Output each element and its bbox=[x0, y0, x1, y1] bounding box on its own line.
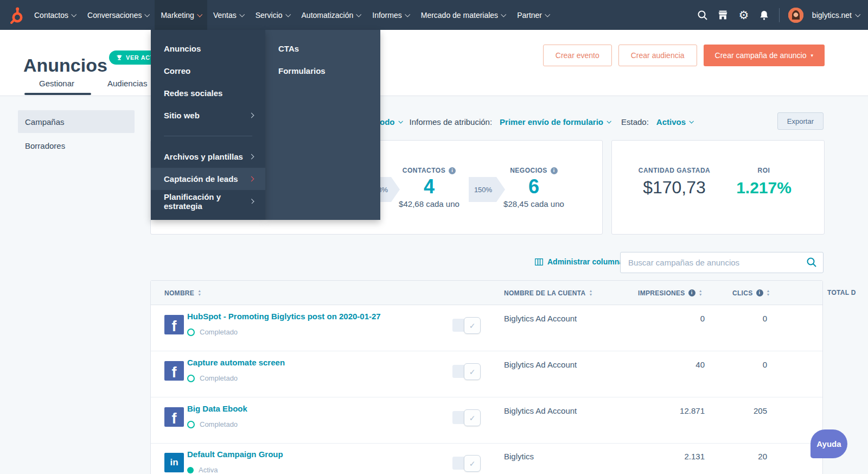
campaign-toggle[interactable]: ✓ bbox=[452, 363, 481, 380]
create-ad-campaign-button[interactable]: Crear campaña de anuncio▾ bbox=[704, 45, 825, 66]
campaign-toggle[interactable]: ✓ bbox=[452, 317, 481, 333]
menu-item-planificacion-y-estrategia[interactable]: Planificación y estrategia bbox=[151, 190, 265, 212]
campaign-link[interactable]: HubSpot - Promoting Biglytics post on 20… bbox=[187, 312, 381, 321]
search-icon[interactable] bbox=[806, 257, 817, 270]
sidebar-item-borradores[interactable]: Borradores bbox=[18, 134, 135, 157]
divider bbox=[779, 8, 780, 22]
info-icon[interactable]: i bbox=[756, 289, 763, 296]
attribution-dropdown[interactable]: Primer envío de formulario bbox=[500, 117, 610, 127]
column-header-impresiones[interactable]: IMPRESIONESi▲▼ bbox=[638, 281, 703, 305]
check-icon: ✓ bbox=[469, 321, 476, 330]
create-audience-button[interactable]: Crear audiencia bbox=[618, 45, 697, 66]
nav-label: Contactos bbox=[34, 11, 68, 20]
sidebar-item-campanas[interactable]: Campañas bbox=[18, 110, 135, 133]
table-row: f Capture automate screen Completado ✓ B… bbox=[151, 351, 822, 397]
check-icon: ✓ bbox=[469, 414, 476, 422]
account-name: Biglytics Ad Account bbox=[504, 406, 577, 415]
settings-icon[interactable]: ⚙ bbox=[738, 9, 750, 21]
marketplace-icon[interactable] bbox=[717, 9, 729, 21]
account-name: Biglytics bbox=[504, 452, 534, 461]
nav-conversaciones[interactable]: Conversaciones bbox=[81, 0, 155, 30]
help-button[interactable]: Ayuda bbox=[810, 429, 847, 458]
chevron-right-icon bbox=[249, 154, 254, 160]
info-icon[interactable]: i bbox=[688, 289, 695, 296]
table-header: NOMBRE▲▼ NOMBRE DE LA CUENTA▲▼ IMPRESION… bbox=[151, 281, 822, 305]
menu-item-anuncios[interactable]: Anuncios bbox=[151, 37, 265, 60]
nav-informes[interactable]: Informes bbox=[366, 0, 414, 30]
clicks-value: 205 bbox=[723, 406, 767, 415]
column-header-cuenta[interactable]: NOMBRE DE LA CUENTA▲▼ bbox=[504, 281, 593, 305]
notifications-icon[interactable] bbox=[758, 9, 770, 21]
tab-gestionar[interactable]: Gestionar bbox=[39, 79, 74, 88]
manage-columns-button[interactable]: Administrar columnas bbox=[535, 257, 628, 266]
chevron-down-icon bbox=[398, 119, 403, 123]
submenu-item-formularios[interactable]: Formularios bbox=[265, 60, 380, 82]
nav-marketing[interactable]: Marketing bbox=[155, 0, 207, 30]
nav-partner[interactable]: Partner bbox=[511, 0, 555, 30]
menu-item-sitio-web[interactable]: Sitio web bbox=[151, 104, 265, 127]
linkedin-icon: in bbox=[164, 453, 184, 472]
roi-stat: ROI 1.217% bbox=[710, 167, 818, 197]
chevron-right-icon bbox=[249, 113, 254, 118]
active-tab-underline bbox=[24, 93, 91, 95]
clicks-value: 0 bbox=[723, 314, 767, 323]
column-label: NOMBRE DE LA CUENTA bbox=[504, 289, 585, 297]
chevron-down-icon bbox=[197, 12, 202, 17]
sort-icon[interactable]: ▲▼ bbox=[197, 289, 201, 296]
campaign-link[interactable]: Big Data Ebook bbox=[187, 404, 247, 413]
header-actions: Crear evento Crear audiencia Crear campa… bbox=[543, 45, 825, 66]
column-label: IMPRESIONES bbox=[638, 289, 685, 297]
caret-down-icon: ▾ bbox=[810, 53, 813, 58]
sort-icon[interactable]: ▲▼ bbox=[699, 289, 703, 296]
avatar[interactable] bbox=[788, 8, 803, 23]
campaign-link[interactable]: Capture automate screen bbox=[187, 358, 285, 367]
create-event-button[interactable]: Crear evento bbox=[543, 45, 612, 66]
nav-automatizacion[interactable]: Automatización bbox=[296, 0, 367, 30]
tab-audiencias[interactable]: Audiencias bbox=[107, 79, 147, 88]
status-dropdown[interactable]: Activos bbox=[656, 117, 693, 127]
clicks-value: 0 bbox=[723, 360, 767, 369]
column-header-total[interactable]: TOTAL D bbox=[827, 280, 856, 305]
table-row: f HubSpot - Promoting Biglytics post on … bbox=[151, 305, 822, 351]
nav-servicio[interactable]: Servicio bbox=[250, 0, 296, 30]
search-icon[interactable] bbox=[697, 9, 709, 21]
lead-capture-submenu: CTAs Formularios bbox=[265, 30, 380, 220]
hubspot-logo-icon[interactable] bbox=[7, 6, 25, 24]
check-icon: ✓ bbox=[469, 368, 476, 376]
contacts-value: 4 bbox=[383, 176, 475, 197]
page-title: Anuncios bbox=[23, 55, 107, 76]
menu-item-redes-sociales[interactable]: Redes sociales bbox=[151, 82, 265, 104]
filter-value: Activos bbox=[656, 117, 686, 127]
menu-item-captacion-de-leads[interactable]: Captación de leads bbox=[151, 168, 265, 190]
nav-label: Mercado de materiales bbox=[421, 11, 498, 20]
account-menu[interactable]: biglytics.net bbox=[812, 11, 859, 20]
export-button[interactable]: Exportar bbox=[777, 112, 824, 130]
info-icon[interactable]: i bbox=[449, 167, 456, 174]
campaigns-table: NOMBRE▲▼ NOMBRE DE LA CUENTA▲▼ IMPRESION… bbox=[150, 280, 823, 474]
campaign-link[interactable]: Default Campaign Group bbox=[187, 450, 283, 459]
campaign-status: Completado bbox=[187, 328, 238, 336]
type-filter-dropdown[interactable]: odo bbox=[380, 117, 402, 127]
campaign-toggle[interactable]: ✓ bbox=[452, 409, 481, 426]
menu-item-archivos-y-plantillas[interactable]: Archivos y plantillas bbox=[151, 146, 265, 168]
info-icon[interactable]: i bbox=[551, 167, 558, 174]
nav-contactos[interactable]: Contactos bbox=[28, 0, 81, 30]
submenu-item-ctas[interactable]: CTAs bbox=[265, 37, 380, 60]
campaign-toggle[interactable]: ✓ bbox=[452, 455, 481, 471]
sort-icon[interactable]: ▲▼ bbox=[767, 289, 770, 296]
chevron-down-icon bbox=[607, 119, 611, 123]
menu-item-correo[interactable]: Correo bbox=[151, 60, 265, 82]
nav-ventas[interactable]: Ventas bbox=[207, 0, 250, 30]
divider bbox=[164, 136, 252, 136]
nav-label: Conversaciones bbox=[87, 11, 142, 20]
filter-bar: odo Informes de atribución: Primer envío… bbox=[380, 114, 693, 129]
impressions-value: 40 bbox=[639, 360, 705, 369]
column-header-clics[interactable]: CLICSi▲▼ bbox=[732, 281, 770, 305]
manage-columns-label: Administrar columnas bbox=[547, 257, 628, 266]
column-header-nombre[interactable]: NOMBRE▲▼ bbox=[164, 281, 201, 305]
roi-value: 1.217% bbox=[710, 179, 818, 197]
campaign-status: Activa bbox=[187, 466, 218, 474]
sort-icon[interactable]: ▲▼ bbox=[589, 289, 592, 296]
search-input[interactable] bbox=[620, 252, 824, 273]
nav-mercado-de-materiales[interactable]: Mercado de materiales bbox=[415, 0, 511, 30]
